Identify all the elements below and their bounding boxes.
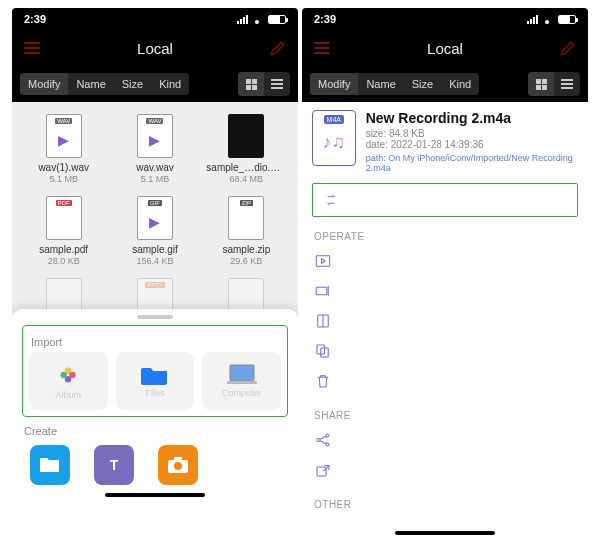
grid-icon bbox=[536, 79, 547, 90]
status-time: 2:39 bbox=[314, 13, 336, 25]
file-item[interactable]: sample_…dio.mov68.4 MB bbox=[203, 110, 290, 188]
sort-tabs: Modify Name Size Kind bbox=[20, 73, 189, 95]
create-folder-button[interactable] bbox=[30, 445, 70, 485]
file-detail-panel: M4A ♪♫ New Recording 2.m4a size: 84.8 KB… bbox=[302, 102, 588, 541]
sort-tab-size[interactable]: Size bbox=[404, 73, 441, 95]
svg-point-3 bbox=[61, 372, 67, 379]
file-size: 68.4 MB bbox=[230, 174, 264, 184]
file-item[interactable]: WAV▶wav(1).wav5.1 MB bbox=[20, 110, 107, 188]
import-album-button[interactable]: Album bbox=[29, 352, 108, 410]
sort-tab-kind[interactable]: Kind bbox=[441, 73, 479, 95]
right-screenshot: 2:39 Local Modify Name Size Kind bbox=[302, 8, 588, 541]
music-note-icon: ♪♫ bbox=[323, 132, 346, 153]
import-label: Import bbox=[31, 336, 279, 348]
file-type-tag: M4A bbox=[324, 115, 344, 124]
import-computer-button[interactable]: Computer bbox=[202, 352, 281, 410]
nav-bar: Local bbox=[12, 30, 298, 66]
operate-delete[interactable] bbox=[312, 366, 578, 396]
file-name: sample.gif bbox=[132, 244, 178, 255]
file-size: 156.4 KB bbox=[136, 256, 173, 266]
operate-copy[interactable] bbox=[312, 336, 578, 366]
sort-tab-modify[interactable]: Modify bbox=[310, 73, 358, 95]
sort-tab-name[interactable]: Name bbox=[68, 73, 113, 95]
sort-tab-modify[interactable]: Modify bbox=[20, 73, 68, 95]
svg-point-15 bbox=[317, 439, 320, 442]
operate-play[interactable] bbox=[312, 246, 578, 276]
file-item[interactable]: PDFsample.pdf28.0 KB bbox=[20, 192, 107, 270]
sort-bar: Modify Name Size Kind bbox=[12, 66, 298, 102]
create-camera-button[interactable] bbox=[158, 445, 198, 485]
share-export[interactable] bbox=[312, 455, 578, 485]
file-name: sample.pdf bbox=[39, 244, 88, 255]
export-icon bbox=[314, 461, 332, 479]
list-icon bbox=[271, 79, 283, 89]
file-type-tag: WAV bbox=[146, 118, 163, 124]
import-computer-label: Computer bbox=[222, 388, 262, 398]
file-info: M4A ♪♫ New Recording 2.m4a size: 84.8 KB… bbox=[312, 110, 578, 173]
section-operate: OPERATE bbox=[314, 231, 578, 242]
list-icon bbox=[561, 79, 573, 89]
edit-button[interactable] bbox=[268, 38, 288, 58]
grid-view-button[interactable] bbox=[528, 72, 554, 96]
play-icon bbox=[314, 252, 332, 270]
file-size: 29.6 KB bbox=[230, 256, 262, 266]
create-text-button[interactable]: T bbox=[94, 445, 134, 485]
list-view-button[interactable] bbox=[554, 72, 580, 96]
svg-point-17 bbox=[326, 443, 329, 446]
play-glyph-icon: ▶ bbox=[58, 132, 69, 148]
signal-icon bbox=[527, 14, 538, 24]
file-name: wav.wav bbox=[136, 162, 174, 173]
status-bar: 2:39 bbox=[302, 8, 588, 30]
sort-tab-name[interactable]: Name bbox=[358, 73, 403, 95]
photos-icon bbox=[55, 362, 81, 388]
sort-tab-kind[interactable]: Kind bbox=[151, 73, 189, 95]
convert-action-highlighted[interactable] bbox=[312, 183, 578, 217]
left-screenshot: 2:39 Local Modify Name Size Kind bbox=[12, 8, 298, 541]
svg-rect-11 bbox=[316, 287, 327, 295]
file-name: sample_…dio.mov bbox=[206, 162, 286, 173]
status-bar: 2:39 bbox=[12, 8, 298, 30]
grid-icon bbox=[246, 79, 257, 90]
nav-bar: Local bbox=[302, 30, 588, 66]
play-glyph-icon: ▶ bbox=[149, 214, 160, 230]
svg-point-16 bbox=[326, 434, 329, 437]
sort-tab-size[interactable]: Size bbox=[114, 73, 151, 95]
file-thumbnail: GIF▶ bbox=[137, 196, 173, 240]
grid-view-button[interactable] bbox=[238, 72, 264, 96]
operate-rename[interactable] bbox=[312, 276, 578, 306]
list-view-button[interactable] bbox=[264, 72, 290, 96]
battery-icon bbox=[558, 15, 576, 24]
file-type-tag: PDF bbox=[56, 200, 72, 206]
compress-icon bbox=[314, 312, 332, 330]
operate-list bbox=[312, 246, 578, 396]
edit-button[interactable] bbox=[558, 38, 578, 58]
import-files-button[interactable]: Files bbox=[116, 352, 195, 410]
hamburger-icon bbox=[24, 42, 40, 54]
file-item[interactable]: GIF▶sample.gif156.4 KB bbox=[111, 192, 198, 270]
svg-rect-4 bbox=[230, 365, 254, 381]
sort-bar: Modify Name Size Kind bbox=[302, 66, 588, 102]
wifi-icon bbox=[542, 14, 554, 24]
operate-compress[interactable] bbox=[312, 306, 578, 336]
file-path: path: On My iPhone/iConv/Imported/New Re… bbox=[366, 153, 578, 173]
status-time: 2:39 bbox=[24, 13, 46, 25]
menu-button[interactable] bbox=[312, 38, 332, 58]
menu-button[interactable] bbox=[22, 38, 42, 58]
file-size: 5.1 MB bbox=[49, 174, 78, 184]
file-thumbnail: ZIP bbox=[228, 196, 264, 240]
create-row: T bbox=[22, 441, 288, 485]
file-thumbnail: WAV▶ bbox=[137, 114, 173, 158]
view-toggle bbox=[238, 72, 290, 96]
import-album-label: Album bbox=[56, 390, 82, 400]
section-other: OTHER bbox=[314, 499, 578, 510]
home-indicator bbox=[395, 531, 495, 535]
share-action[interactable] bbox=[312, 425, 578, 455]
file-date: date: 2022-01-28 14:39:36 bbox=[366, 139, 578, 150]
file-size: 5.1 MB bbox=[141, 174, 170, 184]
signal-icon bbox=[237, 14, 248, 24]
sheet-handle[interactable] bbox=[137, 315, 173, 319]
convert-icon bbox=[323, 192, 339, 208]
file-item[interactable]: WAV▶wav.wav5.1 MB bbox=[111, 110, 198, 188]
file-name: sample.zip bbox=[222, 244, 270, 255]
file-item[interactable]: ZIPsample.zip29.6 KB bbox=[203, 192, 290, 270]
